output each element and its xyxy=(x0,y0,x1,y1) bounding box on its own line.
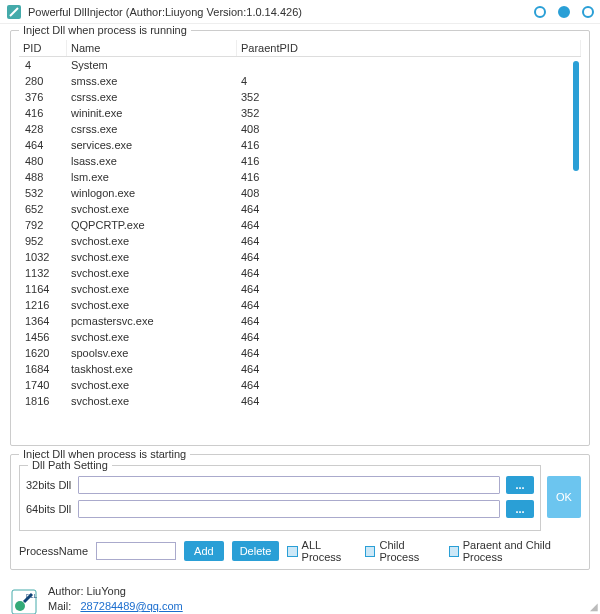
app-icon xyxy=(6,4,22,20)
table-row[interactable]: 376csrss.exe352 xyxy=(19,89,581,105)
cell-parentpid: 464 xyxy=(237,202,581,216)
cell-name: csrss.exe xyxy=(67,122,237,136)
scrollbar-thumb[interactable] xyxy=(573,61,579,171)
minimize-button[interactable] xyxy=(534,6,546,18)
cell-name: lsm.exe xyxy=(67,170,237,184)
cell-pid: 464 xyxy=(19,138,67,152)
svg-point-2 xyxy=(15,601,25,611)
cell-parentpid: 464 xyxy=(237,234,581,248)
table-row[interactable]: 1132svchost.exe464 xyxy=(19,265,581,281)
cell-parentpid: 464 xyxy=(237,362,581,376)
cell-name: svchost.exe xyxy=(67,282,237,296)
cell-pid: 416 xyxy=(19,106,67,120)
cell-name: svchost.exe xyxy=(67,234,237,248)
cell-pid: 1364 xyxy=(19,314,67,328)
cell-name: svchost.exe xyxy=(67,378,237,392)
cell-pid: 4 xyxy=(19,58,67,72)
dll-32-input[interactable] xyxy=(78,476,500,494)
cell-name: csrss.exe xyxy=(67,90,237,104)
cell-name: lsass.exe xyxy=(67,154,237,168)
table-row[interactable]: 532winlogon.exe408 xyxy=(19,185,581,201)
table-row[interactable]: 416wininit.exe352 xyxy=(19,105,581,121)
cell-parentpid xyxy=(237,64,581,66)
footer: DLL Author: LiuYong Mail: 287284489@qq.c… xyxy=(0,582,600,614)
table-row[interactable]: 1164svchost.exe464 xyxy=(19,281,581,297)
table-row[interactable]: 464services.exe416 xyxy=(19,137,581,153)
dll-64-browse-button[interactable]: ... xyxy=(506,500,534,518)
maximize-button[interactable] xyxy=(558,6,570,18)
table-row[interactable]: 1032svchost.exe464 xyxy=(19,249,581,265)
header-pid[interactable]: PID xyxy=(19,40,67,56)
close-button[interactable] xyxy=(582,6,594,18)
cell-name: svchost.exe xyxy=(67,202,237,216)
delete-button[interactable]: Delete xyxy=(232,541,280,561)
table-row[interactable]: 1816svchost.exe464 xyxy=(19,393,581,409)
table-row[interactable]: 488lsm.exe416 xyxy=(19,169,581,185)
cell-parentpid: 464 xyxy=(237,218,581,232)
table-row[interactable]: 1364pcmastersvc.exe464 xyxy=(19,313,581,329)
table-row[interactable]: 952svchost.exe464 xyxy=(19,233,581,249)
add-button[interactable]: Add xyxy=(184,541,224,561)
cell-pid: 792 xyxy=(19,218,67,232)
process-name-input[interactable] xyxy=(96,542,176,560)
mail-link[interactable]: 287284489@qq.com xyxy=(80,600,182,612)
table-row[interactable]: 1216svchost.exe464 xyxy=(19,297,581,313)
checkbox-icon xyxy=(449,546,459,557)
table-row[interactable]: 280smss.exe4 xyxy=(19,73,581,89)
dll-32-label: 32bits Dll xyxy=(26,479,78,491)
table-row[interactable]: 1456svchost.exe464 xyxy=(19,329,581,345)
all-process-label: ALL Process xyxy=(302,539,358,563)
table-body[interactable]: 4System280smss.exe4376csrss.exe352416win… xyxy=(19,57,581,433)
cell-pid: 532 xyxy=(19,186,67,200)
cell-pid: 952 xyxy=(19,234,67,248)
all-process-checkbox[interactable]: ALL Process xyxy=(287,539,357,563)
cell-parentpid: 416 xyxy=(237,154,581,168)
cell-parentpid: 464 xyxy=(237,314,581,328)
cell-pid: 1216 xyxy=(19,298,67,312)
author-value: LiuYong xyxy=(87,585,126,597)
ok-button[interactable]: OK xyxy=(547,476,581,518)
table-scrollbar[interactable] xyxy=(573,61,579,431)
table-row[interactable]: 428csrss.exe408 xyxy=(19,121,581,137)
cell-pid: 280 xyxy=(19,74,67,88)
cell-name: svchost.exe xyxy=(67,330,237,344)
table-row[interactable]: 1684taskhost.exe464 xyxy=(19,361,581,377)
cell-parentpid: 408 xyxy=(237,122,581,136)
checkbox-icon xyxy=(365,546,375,557)
table-row[interactable]: 480lsass.exe416 xyxy=(19,153,581,169)
cell-parentpid: 408 xyxy=(237,186,581,200)
header-parentpid[interactable]: ParaentPID xyxy=(237,40,581,56)
cell-parentpid: 464 xyxy=(237,394,581,408)
cell-name: smss.exe xyxy=(67,74,237,88)
starting-process-group: Inject Dll when process is starting Dll … xyxy=(10,454,590,570)
table-row[interactable]: 652svchost.exe464 xyxy=(19,201,581,217)
dll-path-title: Dll Path Setting xyxy=(28,459,112,471)
cell-name: svchost.exe xyxy=(67,250,237,264)
cell-name: svchost.exe xyxy=(67,394,237,408)
cell-pid: 428 xyxy=(19,122,67,136)
cell-name: pcmastersvc.exe xyxy=(67,314,237,328)
parent-child-label: Paraent and Child Process xyxy=(463,539,581,563)
cell-parentpid: 464 xyxy=(237,250,581,264)
table-row[interactable]: 1740svchost.exe464 xyxy=(19,377,581,393)
cell-pid: 480 xyxy=(19,154,67,168)
cell-pid: 1132 xyxy=(19,266,67,280)
cell-pid: 488 xyxy=(19,170,67,184)
table-row[interactable]: 4System xyxy=(19,57,581,73)
table-row[interactable]: 792QQPCRTP.exe464 xyxy=(19,217,581,233)
cell-parentpid: 464 xyxy=(237,378,581,392)
dll-32-browse-button[interactable]: ... xyxy=(506,476,534,494)
cell-name: wininit.exe xyxy=(67,106,237,120)
dll-64-input[interactable] xyxy=(78,500,500,518)
cell-pid: 376 xyxy=(19,90,67,104)
cell-parentpid: 352 xyxy=(237,106,581,120)
header-name[interactable]: Name xyxy=(67,40,237,56)
resize-grip[interactable]: ◢ xyxy=(590,601,598,612)
table-row[interactable]: 1620spoolsv.exe464 xyxy=(19,345,581,361)
author-label: Author: xyxy=(48,585,83,597)
cell-pid: 1684 xyxy=(19,362,67,376)
parent-child-process-checkbox[interactable]: Paraent and Child Process xyxy=(449,539,581,563)
child-process-checkbox[interactable]: Child Process xyxy=(365,539,440,563)
cell-parentpid: 416 xyxy=(237,138,581,152)
titlebar: Powerful DllInjector (Author:Liuyong Ver… xyxy=(0,0,600,24)
